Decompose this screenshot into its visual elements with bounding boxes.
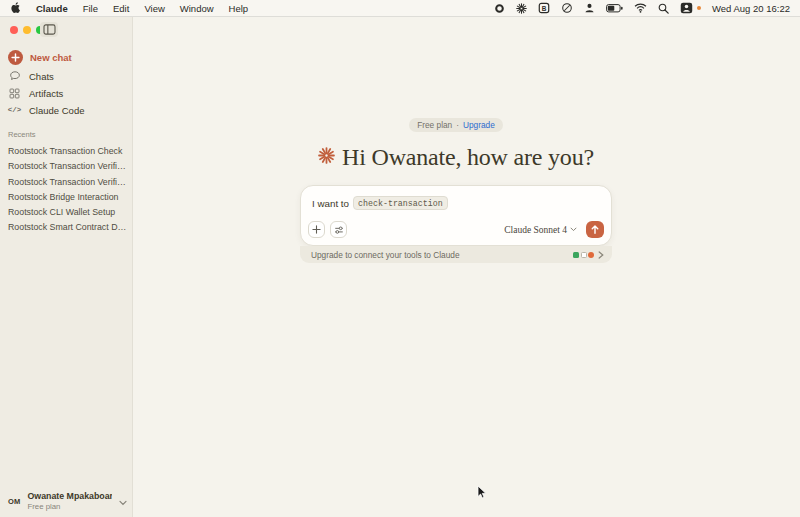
fast-user-switch-icon[interactable] bbox=[680, 2, 693, 14]
command-chip[interactable]: check-transaction bbox=[353, 196, 448, 210]
menu-bar-left: Claude File Edit View Window Help bbox=[10, 1, 248, 16]
gray-app-icon bbox=[581, 252, 587, 258]
connect-tools-text: Upgrade to connect your tools to Claude bbox=[311, 250, 573, 260]
chat-bubble-icon bbox=[8, 70, 21, 82]
plus-icon bbox=[312, 225, 321, 234]
plan-badge-plan: Free plan bbox=[417, 120, 452, 130]
plan-badge-row: Free plan · Upgrade bbox=[300, 118, 612, 132]
minimize-window-button[interactable] bbox=[23, 26, 31, 34]
composer-toolbar: Claude Sonnet 4 bbox=[308, 221, 604, 238]
menu-bar: Claude File Edit View Window Help B bbox=[0, 0, 800, 17]
composer-input[interactable]: I want to check-transaction bbox=[312, 196, 600, 210]
close-window-button[interactable] bbox=[10, 26, 18, 34]
greeting-heading: Hi Owanate, how are you? bbox=[342, 144, 594, 171]
user-plan: Free plan bbox=[27, 502, 112, 511]
menu-window[interactable]: Window bbox=[180, 3, 214, 14]
claude-menubar-icon[interactable] bbox=[516, 3, 527, 14]
slash-circle-icon[interactable] bbox=[561, 2, 573, 14]
tools-sliders-button[interactable] bbox=[330, 221, 347, 238]
menu-view[interactable]: View bbox=[144, 3, 164, 14]
main-content: Free plan · Upgrade Hi Owanate, how are … bbox=[133, 17, 800, 517]
spotlight-search-icon[interactable] bbox=[658, 3, 669, 14]
menu-help[interactable]: Help bbox=[229, 3, 249, 14]
record-circle-icon[interactable] bbox=[494, 3, 505, 14]
recents-section-label: Recents bbox=[8, 130, 36, 139]
sidebar-item-label: Chats bbox=[29, 71, 54, 82]
code-brackets-icon: </> bbox=[8, 106, 21, 114]
wifi-icon[interactable] bbox=[634, 3, 647, 13]
recent-chat-item[interactable]: Rootstock Smart Contract Deploy... bbox=[8, 220, 129, 235]
greeting-row: Hi Owanate, how are you? bbox=[253, 144, 659, 171]
apple-icon[interactable] bbox=[10, 1, 21, 16]
new-chat-button[interactable]: New chat bbox=[8, 50, 72, 65]
notification-dot bbox=[697, 6, 701, 10]
arrow-up-icon bbox=[590, 224, 600, 235]
user-info: Owanate Mpakaboari A... Free plan bbox=[27, 491, 112, 511]
screen: Claude File Edit View Window Help B bbox=[0, 0, 800, 517]
user-silhouette-icon[interactable] bbox=[584, 2, 595, 14]
recent-chat-item[interactable]: Rootstock Bridge Interaction bbox=[8, 190, 129, 205]
sidebar-item-claude-code[interactable]: </> Claude Code bbox=[8, 102, 84, 118]
sidebar-item-chats[interactable]: Chats bbox=[8, 68, 54, 84]
recent-chat-item[interactable]: Rootstock CLI Wallet Setup bbox=[8, 205, 129, 220]
svg-text:B: B bbox=[542, 5, 547, 12]
menu-app-name[interactable]: Claude bbox=[36, 3, 68, 14]
plus-circle-icon bbox=[8, 50, 23, 65]
model-selector[interactable]: Claude Sonnet 4 bbox=[504, 225, 577, 235]
upgrade-link[interactable]: Upgrade bbox=[463, 120, 495, 130]
avatar: OM bbox=[8, 497, 20, 506]
chevron-down-icon bbox=[570, 227, 577, 232]
battery-icon[interactable] bbox=[606, 4, 623, 13]
sidebar-item-artifacts[interactable]: Artifacts bbox=[8, 85, 63, 101]
plan-badge-separator: · bbox=[456, 120, 459, 130]
window-controls bbox=[10, 26, 44, 34]
user-name: Owanate Mpakaboari A... bbox=[27, 491, 112, 501]
green-app-icon bbox=[573, 252, 579, 258]
sidebar-toggle-button[interactable] bbox=[40, 22, 58, 37]
connect-tools-banner[interactable]: Upgrade to connect your tools to Claude bbox=[300, 246, 612, 263]
recent-chat-item[interactable]: Rootstock Transaction Verification bbox=[8, 175, 129, 190]
chevron-down-icon bbox=[119, 492, 127, 510]
attach-plus-button[interactable] bbox=[308, 221, 325, 238]
menu-edit[interactable]: Edit bbox=[113, 3, 129, 14]
composer-text-prefix: I want to bbox=[312, 198, 349, 209]
sidebar-item-label: Artifacts bbox=[29, 88, 63, 99]
composer-card[interactable]: I want to check-transaction Claude Sonne… bbox=[300, 185, 612, 246]
recents-list: Rootstock Transaction Check Rootstock Tr… bbox=[8, 144, 129, 236]
sidebar: New chat Chats Artifacts </> Claude Code… bbox=[0, 17, 133, 517]
artifacts-grid-icon bbox=[8, 88, 21, 99]
menu-bar-clock[interactable]: Wed Aug 20 16:22 bbox=[712, 3, 790, 14]
model-name: Claude Sonnet 4 bbox=[504, 225, 567, 235]
plan-badge: Free plan · Upgrade bbox=[409, 118, 503, 132]
orange-app-icon bbox=[588, 252, 594, 258]
b-app-icon[interactable]: B bbox=[538, 2, 550, 14]
claude-starburst-icon bbox=[318, 147, 335, 168]
sliders-icon bbox=[334, 225, 344, 235]
menu-bar-status-icons: B Wed Aug 20 16:22 bbox=[494, 2, 790, 14]
menu-file[interactable]: File bbox=[83, 3, 98, 14]
new-chat-label: New chat bbox=[30, 52, 72, 63]
chevron-right-icon bbox=[598, 251, 604, 259]
connector-app-icons bbox=[573, 252, 594, 258]
recent-chat-item[interactable]: Rootstock Transaction Verification bbox=[8, 159, 129, 174]
sidebar-toggle-icon bbox=[43, 24, 56, 35]
recent-chat-item[interactable]: Rootstock Transaction Check bbox=[8, 144, 129, 159]
user-menu[interactable]: OM Owanate Mpakaboari A... Free plan bbox=[8, 491, 127, 511]
send-button[interactable] bbox=[586, 221, 604, 238]
sidebar-item-label: Claude Code bbox=[29, 105, 84, 116]
